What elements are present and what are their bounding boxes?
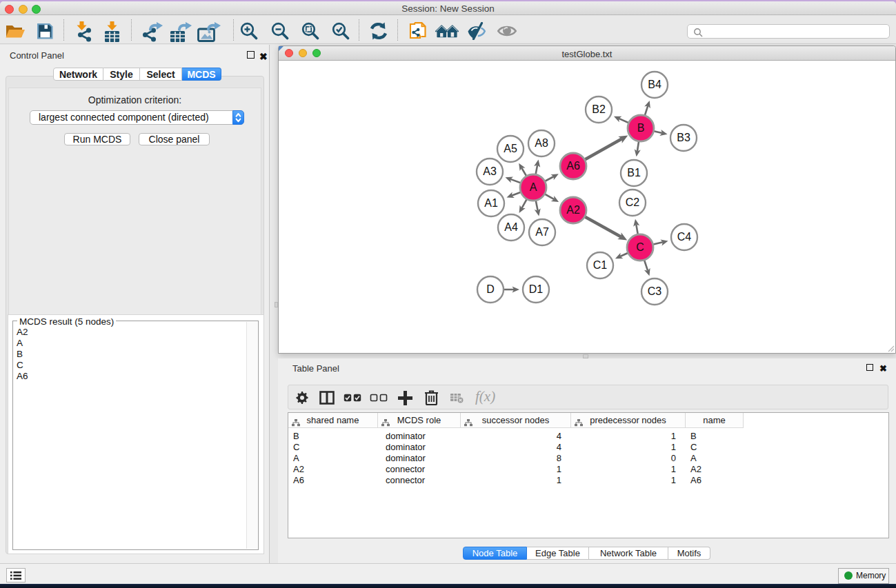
svg-text:D: D xyxy=(486,283,495,295)
svg-text:A8: A8 xyxy=(535,137,548,149)
svg-text:C3: C3 xyxy=(648,285,662,297)
svg-text:A1: A1 xyxy=(484,197,498,209)
svg-text:A5: A5 xyxy=(504,143,517,154)
svg-text:A7: A7 xyxy=(535,226,549,238)
svg-text:A: A xyxy=(530,181,537,193)
svg-text:D1: D1 xyxy=(529,283,544,295)
svg-text:B1: B1 xyxy=(627,167,641,179)
svg-text:A3: A3 xyxy=(483,165,497,177)
svg-text:B2: B2 xyxy=(592,103,606,115)
svg-text:A2: A2 xyxy=(566,204,580,216)
svg-text:A4: A4 xyxy=(504,221,518,233)
svg-text:C: C xyxy=(636,241,644,253)
svg-text:B: B xyxy=(637,122,645,134)
svg-text:B4: B4 xyxy=(648,79,661,90)
svg-text:C1: C1 xyxy=(593,259,608,271)
svg-text:C4: C4 xyxy=(677,231,692,243)
svg-text:C2: C2 xyxy=(626,196,640,208)
svg-text:A6: A6 xyxy=(566,160,580,172)
svg-text:B3: B3 xyxy=(677,132,690,143)
